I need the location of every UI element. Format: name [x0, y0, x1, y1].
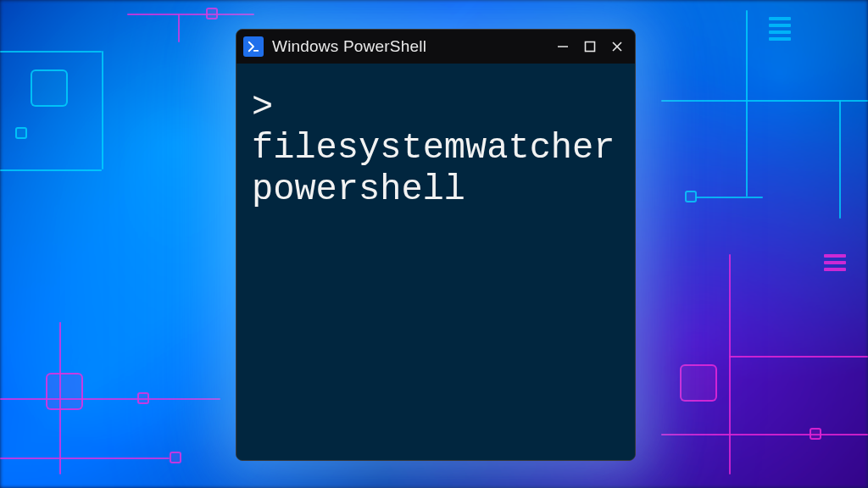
powershell-icon [243, 36, 264, 57]
titlebar[interactable]: Windows PowerShell [236, 30, 635, 64]
svg-rect-2 [586, 42, 595, 52]
terminal-command: filesystemwatcher powershell [252, 128, 615, 209]
close-button[interactable] [609, 39, 625, 54]
terminal-body[interactable]: > filesystemwatcher powershell [236, 64, 635, 460]
maximize-button[interactable] [582, 39, 598, 54]
minimize-button[interactable] [555, 39, 570, 54]
prompt-symbol: > [252, 87, 273, 128]
window-controls [555, 39, 628, 54]
window-title: Windows PowerShell [272, 37, 426, 56]
powershell-window: Windows PowerShell > filesystemwatcher p… [236, 29, 636, 461]
